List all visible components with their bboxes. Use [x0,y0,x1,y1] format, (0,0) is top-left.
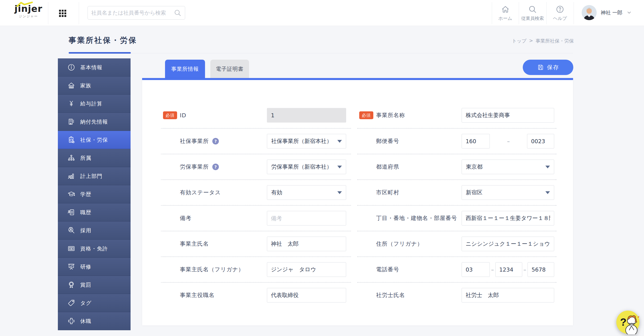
career-icon [67,208,75,216]
sidebar-item-department[interactable]: 計上部門 [58,167,131,185]
license-icon [67,245,75,252]
field-label-city: 市区町村 [376,189,399,196]
sidebar-item-label: 休職 [80,318,91,325]
field-label-status: 有効ステータス [180,189,221,196]
nav-employee-search-label: 従業員検索 [521,15,544,21]
sidebar-item-career[interactable]: 職歴 [58,203,131,221]
user-name: 神社 一郎 [601,9,622,16]
breadcrumb-link-top[interactable]: トップ [512,38,527,44]
sidebar-item-label: 計上部門 [80,173,102,180]
prefecture-selected-value: 東京都 [466,163,482,171]
save-icon [537,64,544,71]
phone-number-input-3[interactable] [528,262,554,277]
title-accent-underline [69,52,131,54]
field-label-prefecture: 都道府県 [376,163,399,171]
award-icon [67,281,75,289]
nav-help-label: ヘルプ [553,15,567,21]
form-row-owner-name: 事業主氏名 [161,231,351,256]
help-mascot-button[interactable]: ? [616,310,640,334]
sidebar-item-training[interactable]: 研修 [58,258,131,276]
required-badge: 必須 [359,111,373,119]
sidebar-item-info[interactable]: 基本情報 [58,58,131,77]
prefecture-select[interactable]: 東京都 [462,160,554,174]
sidebar-item-label: 賞罰 [80,281,91,288]
sidebar-item-tag[interactable]: タグ [58,294,131,312]
required-badge: 必須 [163,111,177,119]
header-divider [48,2,48,24]
owner-title-input[interactable] [267,288,346,303]
social-insurance-office-select[interactable]: 社保事業所（新宿本社） [267,134,346,148]
sidebar-item-label: タグ [80,300,92,307]
sidebar-item-label: 給与計算 [80,100,102,107]
id-input [267,108,346,123]
training-icon [67,263,75,271]
breadcrumb-separator: > [529,38,533,44]
user-menu[interactable]: 神社 一郎 [582,4,632,22]
sidebar-item-family[interactable]: 家族 [58,77,131,95]
breadcrumb-current: 事業所社保・労保 [536,38,574,44]
sidebar-item-leave[interactable]: 休職 [58,312,131,330]
phone-number-input-1[interactable] [462,262,490,277]
sidebar-item-org[interactable]: 所属 [58,149,131,167]
dash-separator: – [524,267,526,273]
chevron-down-icon [626,10,632,15]
sidebar-item-recruit[interactable]: 採用 [58,221,131,240]
dash-separator: – [507,138,510,144]
labor-insurance-office-select[interactable]: 労保事業所（新宿本社） [267,160,346,174]
education-icon [67,190,75,198]
sidebar-item-label: 研修 [80,263,91,270]
phone-number-input-2[interactable] [495,262,522,277]
tab-digital-certificate[interactable]: 電子証明書 [210,60,249,78]
sidebar-item-award[interactable]: 賞罰 [58,276,131,294]
office-info-panel: 必須ID社保事業所?社保事業所（新宿本社）労保事業所?労保事業所（新宿本社）有効… [142,78,573,325]
postal-code-group: – [462,134,554,148]
field-label-owner-name-kana: 事業主氏名（フリガナ） [180,266,244,273]
sidebar-item-payroll[interactable]: 給与計算 [58,95,131,113]
insurance-icon [67,136,75,144]
jinjer-logo[interactable]: jinjer ジンジャー [12,3,45,19]
owner-name-input[interactable] [267,237,346,251]
nav-help[interactable]: ヘルプ [546,2,574,24]
form-row-city: 市区町村新宿区 [357,179,556,205]
status-select[interactable]: 有効 [267,185,346,200]
form-row-address-detail: 丁目・番地・建物名・部屋番号 [357,205,556,231]
address-kana-input[interactable] [462,237,554,251]
search-input[interactable] [91,10,174,16]
mascot-illustration [616,310,640,334]
field-label-social-insurance-office: 社保事業所 [180,137,209,145]
sidebar-item-license[interactable]: 資格・免許 [58,240,131,258]
apps-grid-button[interactable] [58,9,67,18]
save-button[interactable]: 保存 [523,60,573,75]
postal-code-input-1[interactable] [462,134,490,148]
nav-home[interactable]: ホーム [492,2,519,24]
address-detail-input[interactable] [462,211,554,226]
field-label-phone-number: 電話番号 [376,266,399,273]
sidebar-item-payee[interactable]: 納付先情報 [58,113,131,131]
status-selected-value: 有効 [271,189,282,196]
search-icon [528,5,537,14]
owner-name-kana-input[interactable] [267,262,346,277]
form-row-owner-title: 事業主役職名 [161,282,351,308]
help-icon[interactable]: ? [212,138,219,144]
form-row-sharoushi-name: 社労士氏名 [357,282,556,308]
city-select[interactable]: 新宿区 [462,185,554,200]
employee-search-box[interactable] [88,6,185,20]
family-icon [67,82,75,89]
form-row-social-insurance-office: 社保事業所?社保事業所（新宿本社） [161,128,351,154]
sidebar-item-education[interactable]: 学歴 [58,185,131,203]
form-row-office-name: 必須事業所名称 [357,102,556,128]
nav-employee-search[interactable]: 従業員検索 [519,2,546,24]
chevron-down-icon [337,191,342,194]
sidebar-item-label: 職歴 [80,209,91,216]
form-row-note: 備考 [161,205,351,231]
note-input[interactable] [267,211,346,226]
help-icon[interactable]: ? [212,164,219,170]
tab-office-info[interactable]: 事業所情報 [165,60,205,78]
form-column-right: 必須事業所名称郵便番号–都道府県東京都市区町村新宿区丁目・番地・建物名・部屋番号… [357,102,556,308]
office-name-input[interactable] [462,108,554,123]
form-row-phone-number: 電話番号–– [357,256,556,282]
sidebar-item-insurance[interactable]: 社保・労保 [58,131,131,149]
postal-code-input-2[interactable] [527,134,554,148]
sharoushi-name-input[interactable] [462,288,554,303]
sidebar-item-label: 学歴 [80,191,91,198]
